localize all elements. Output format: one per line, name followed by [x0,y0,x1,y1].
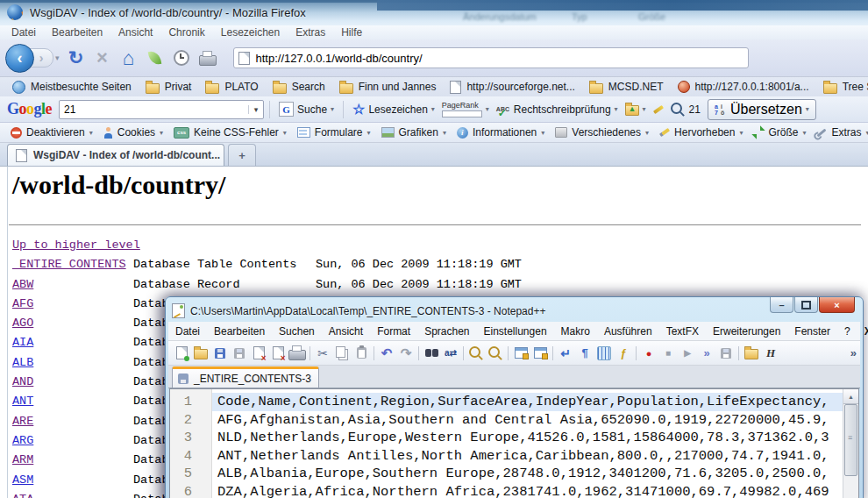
dropdown-icon[interactable]: ▾ [160,129,163,137]
dropdown-icon[interactable]: ▾ [367,129,371,137]
record-macro-button[interactable]: ● [640,345,658,362]
webdev-disable[interactable]: Deaktivieren▾ [5,126,98,139]
npp-menu-format[interactable]: Format [370,325,417,338]
close-all-button[interactable] [269,345,287,362]
dir-entry-link[interactable]: AFG [12,297,33,310]
show-all-chars-button[interactable]: ¶ [576,345,594,362]
menu-bearbeiten[interactable]: Bearbeiten [44,26,110,39]
webdev-forms[interactable]: Formulare▾ [292,126,376,139]
dropdown-icon[interactable]: ▾ [431,105,435,113]
bookmark-folder-finn[interactable]: Finn und Jannes [332,81,444,94]
new-tab-button[interactable]: + [228,144,256,166]
bookmark-folder-plato[interactable]: PLATO [198,81,265,94]
npp-menu-help[interactable]: ? [837,325,857,338]
refresh-button[interactable]: ↻ [63,45,89,71]
sync-vertical-button[interactable] [512,345,530,362]
google-search-button[interactable]: GSuche▾ [275,102,338,117]
scrollbar-thumb[interactable] [844,404,857,476]
npp-menu-fenster[interactable]: Fenster [787,325,837,338]
editor-text-area[interactable]: Code,Name,Continent,Region,SurfaceArea,I… [212,389,858,498]
dir-entry-link[interactable]: AIA [12,336,33,349]
npp-menu-erweiterungen[interactable]: Erweiterungen [706,325,787,338]
dropdown-icon[interactable]: ▾ [615,105,618,113]
webdev-images[interactable]: Grafiken▾ [376,126,452,139]
npp-menu-suchen[interactable]: Suchen [272,325,322,338]
dir-entry-link[interactable]: ARE [12,415,33,428]
npp-menu-sprachen[interactable]: Sprachen [417,325,476,338]
webdev-information[interactable]: Informationen▾ [452,126,550,139]
dir-entry-link[interactable]: ABW [12,278,33,291]
maximize-button[interactable] [794,297,818,313]
dir-entry-link[interactable]: ATA [12,493,33,498]
word-find-button[interactable]: 21 [667,103,704,117]
menu-extras[interactable]: Extras [288,26,333,39]
paste-button[interactable] [352,345,370,362]
dir-entry-link[interactable]: _ENTIRE_CONTENTS [12,258,126,271]
dropdown-icon[interactable]: ▾ [739,129,743,137]
menu-lesezeichen[interactable]: Lesezeichen [213,26,288,39]
copy-button[interactable] [333,345,351,362]
menu-datei[interactable]: Datei [4,26,44,39]
dir-entry-link[interactable]: ANT [12,395,33,408]
back-button[interactable]: ‹ [5,44,34,73]
bookmark-folder-mcsd[interactable]: MCSD.NET [582,81,671,94]
webdev-cookies[interactable]: Cookies▾ [98,126,168,139]
dropdown-icon[interactable]: ▾ [331,105,334,113]
replace-button[interactable]: a⇄ [442,345,459,362]
function-list-button[interactable]: ƒ [615,345,632,362]
editor-scrollbar[interactable]: ▲ [843,389,858,498]
html-preview-button[interactable]: H [762,345,779,362]
save-all-button[interactable] [231,345,248,362]
dropdown-icon[interactable]: ▾ [645,129,649,137]
npp-tab-entire-contents[interactable]: _ENTIRE_CONTENTS-3 [172,366,319,388]
close-button[interactable]: × [819,297,855,313]
dropdown-icon[interactable]: ▾ [283,129,287,137]
cut-button[interactable]: ✂ [314,345,331,362]
menu-ansicht[interactable]: Ansicht [110,26,160,39]
url-input[interactable]: http://127.0.0.1/world-db/country/ [233,47,749,68]
bookmark-most-visited[interactable]: Meistbesuchte Seiten [5,81,139,94]
up-level-link[interactable]: Up to higher level [12,238,140,252]
dropdown-icon[interactable]: ▾ [802,129,806,137]
bookmark-folder-privat[interactable]: Privat [139,81,199,94]
save-button[interactable] [211,345,229,362]
stop-button[interactable]: × [89,45,116,71]
dir-entry-link[interactable]: ALB [12,356,33,369]
npp-menu-ansicht[interactable]: Ansicht [322,325,370,338]
undo-button[interactable]: ↶ [378,345,395,362]
sync-horizontal-button[interactable] [531,345,549,362]
webdev-tools[interactable]: Extras▾ [811,126,868,139]
home-button[interactable]: ⌂ [116,45,142,71]
redo-button[interactable]: ↷ [397,345,415,362]
webdev-resize[interactable]: Größe▾ [748,126,811,139]
bookmark-folder-search[interactable]: Search [266,81,332,94]
highlighter-button[interactable] [650,108,667,111]
launch-button[interactable] [743,345,760,362]
run-macro-multi-button[interactable]: » [698,345,715,362]
npp-doc-close-x[interactable]: X [857,325,868,338]
save-macro-button[interactable] [717,345,735,362]
play-macro-button[interactable]: ▶ [679,345,696,362]
dropdown-icon[interactable]: ▾ [89,129,93,137]
pagerank-widget[interactable]: PageRank▾ [438,102,493,117]
dropdown-icon[interactable]: ▾ [643,105,646,113]
bookmark-sourceforge[interactable]: http://sourceforge.net... [443,81,581,94]
close-file-button[interactable] [250,345,267,362]
extension-leaf-button[interactable] [142,45,168,71]
bookmark-localhost[interactable]: http://127.0.0.1:8001/a... [671,81,816,93]
history-dropdown-icon[interactable]: ▾ [55,53,60,62]
bookmark-folder-tree-samples[interactable]: Tree Samples [816,81,868,94]
zoom-out-button[interactable] [487,345,504,362]
dir-entry-link[interactable]: ARM [12,453,33,466]
minimize-button[interactable]: – [770,297,793,313]
new-file-button[interactable] [173,345,190,362]
npp-menu-ausfuehren[interactable]: Ausführen [597,325,659,338]
dir-entry-link[interactable]: ASM [12,473,33,487]
webdev-misc[interactable]: Verschiedenes▾ [550,126,654,139]
npp-menu-einstellungen[interactable]: Einstellungen [477,325,554,338]
webdev-outline[interactable]: Hervorheben▾ [654,126,748,139]
spellcheck-button[interactable]: ABCRechtschreibprüfung▾ [493,103,622,116]
word-wrap-button[interactable]: ↵ [557,345,574,362]
dropdown-icon[interactable]: ▾ [486,105,489,113]
dir-entry-link[interactable]: ARG [12,434,33,447]
